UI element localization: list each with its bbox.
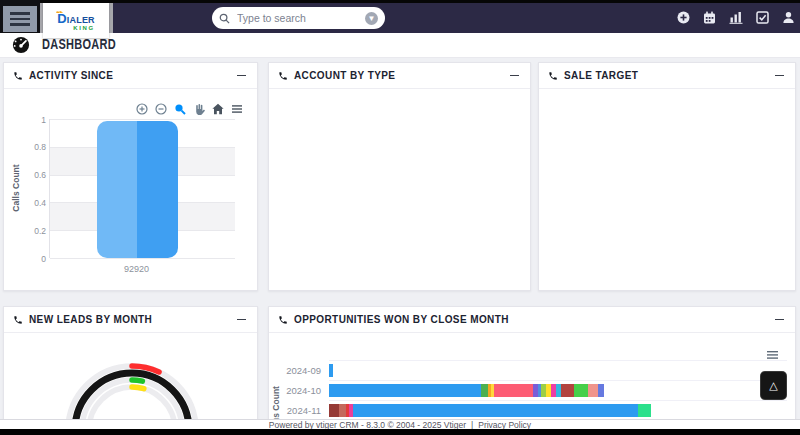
widget-sale-target: SALE TARGET xyxy=(538,62,796,291)
collapse-icon[interactable] xyxy=(234,313,248,327)
widget-activity-since: ACTIVITY SINCE xyxy=(3,62,258,291)
y-category-label: 2024-09 xyxy=(269,365,323,376)
brand-logo[interactable]: DIALER KING xyxy=(43,3,109,38)
privacy-policy-link[interactable]: Privacy Policy xyxy=(478,420,531,430)
widget-header: ACCOUNT BY TYPE xyxy=(269,63,530,89)
phone-icon xyxy=(548,71,558,81)
brand-name-bottom: KING xyxy=(73,25,94,31)
phone-icon xyxy=(278,315,288,325)
search-input[interactable] xyxy=(235,11,360,25)
bar-segment[interactable] xyxy=(598,384,604,397)
y-category-label: 2024-11 xyxy=(269,405,323,416)
calendar-icon[interactable] xyxy=(703,11,716,24)
brand-name-top: DIALER xyxy=(57,14,95,25)
pan-hand-icon[interactable] xyxy=(193,103,205,115)
triangle-up-icon: △ xyxy=(769,379,777,392)
y-axis-ticks: 00.20.40.60.81 xyxy=(16,119,46,258)
widget-title: OPPORTUNITIES WON BY CLOSE MONTH xyxy=(294,314,766,325)
vtiger-dashboard-page: DIALER KING ▼ xyxy=(0,0,800,435)
user-icon[interactable] xyxy=(782,11,795,24)
chart-toolbar xyxy=(136,103,243,115)
widget-title: ACCOUNT BY TYPE xyxy=(294,70,501,81)
phone-icon xyxy=(13,71,23,81)
hamburger-menu-icon[interactable] xyxy=(3,6,37,32)
gridline xyxy=(329,380,787,381)
widget-opportunities-won: OPPORTUNITIES WON BY CLOSE MONTH us Coun… xyxy=(268,306,796,435)
bottom-black-strip xyxy=(0,429,800,435)
gridline xyxy=(329,360,787,361)
phone-icon xyxy=(13,315,23,325)
stacked-bar-row[interactable] xyxy=(329,404,651,417)
bar-segment[interactable] xyxy=(574,384,588,397)
y-tick-label: 0.2 xyxy=(34,226,46,236)
stacked-bar-row[interactable] xyxy=(329,384,604,397)
topnav-icon-group xyxy=(677,11,795,24)
collapse-icon[interactable] xyxy=(772,69,786,83)
y-tick-label: 0 xyxy=(41,254,46,264)
x-axis-label: 92920 xyxy=(96,264,177,274)
scroll-to-top-button[interactable]: △ xyxy=(760,371,787,400)
widget-account-by-type: ACCOUNT BY TYPE xyxy=(268,62,531,291)
widget-header: OPPORTUNITIES WON BY CLOSE MONTH xyxy=(269,307,795,333)
selection-zoom-icon[interactable] xyxy=(174,103,186,115)
bar-segment[interactable] xyxy=(561,384,574,397)
footer-separator: | xyxy=(471,420,473,430)
collapse-icon[interactable] xyxy=(507,69,521,83)
widget-header: ACTIVITY SINCE xyxy=(4,63,257,89)
dashboard-gauge-icon xyxy=(10,36,32,54)
bar-segment[interactable] xyxy=(329,404,339,417)
zoom-out-icon[interactable] xyxy=(155,103,167,115)
page-title: DASHBOARD xyxy=(42,37,116,52)
radial-arc xyxy=(132,380,142,381)
y-tick-label: 0.4 xyxy=(34,198,46,208)
search-scope-chevron-icon[interactable]: ▼ xyxy=(365,12,378,25)
plus-circle-icon[interactable] xyxy=(677,11,690,24)
y-tick-label: 0.6 xyxy=(34,170,46,180)
stacked-bar-row[interactable] xyxy=(329,364,333,377)
y-tick-label: 0.8 xyxy=(34,142,46,152)
breadcrumb: DASHBOARD xyxy=(0,33,800,58)
calls-bar[interactable] xyxy=(97,121,178,258)
global-search[interactable]: ▼ xyxy=(212,7,385,29)
y-category-label: 2024-10 xyxy=(269,385,323,396)
chart-toolbar xyxy=(766,347,779,365)
tasks-icon[interactable] xyxy=(756,11,769,24)
gridline xyxy=(329,400,787,401)
bar-segment[interactable] xyxy=(588,384,598,397)
widget-title: ACTIVITY SINCE xyxy=(29,70,228,81)
bar-segment[interactable] xyxy=(339,404,346,417)
widget-title: SALE TARGET xyxy=(564,70,766,81)
zoom-in-icon[interactable] xyxy=(136,103,148,115)
search-icon xyxy=(219,13,230,24)
bar-segment[interactable] xyxy=(494,384,533,397)
radial-arc xyxy=(132,387,144,389)
y-tick-label: 1 xyxy=(41,115,46,125)
bar-segment[interactable] xyxy=(329,364,333,377)
calls-bar-chart xyxy=(49,119,235,258)
hamburger-zone xyxy=(0,0,40,33)
bar-chart-icon[interactable] xyxy=(729,11,743,24)
collapse-icon[interactable] xyxy=(772,313,786,327)
menu-icon[interactable] xyxy=(766,349,779,361)
collapse-icon[interactable] xyxy=(234,69,248,83)
widget-title: NEW LEADS BY MONTH xyxy=(29,314,228,325)
bar-segment[interactable] xyxy=(638,404,651,417)
footer-powered-text: Powered by vtiger CRM - 8.3.0 © 2004 - 2… xyxy=(269,420,466,430)
gridline xyxy=(50,119,235,120)
widget-new-leads-by-month: NEW LEADS BY MONTH xyxy=(3,306,258,435)
home-icon[interactable] xyxy=(212,103,224,115)
menu-icon[interactable] xyxy=(231,103,243,115)
widget-header: SALE TARGET xyxy=(539,63,795,89)
footer: Powered by vtiger CRM - 8.3.0 © 2004 - 2… xyxy=(0,419,800,429)
bar-segment[interactable] xyxy=(353,404,638,417)
gridline xyxy=(50,258,235,259)
top-navbar: ▼ xyxy=(113,3,800,33)
phone-icon xyxy=(278,71,288,81)
bar-segment[interactable] xyxy=(481,384,488,397)
bar-segment[interactable] xyxy=(329,384,481,397)
widget-header: NEW LEADS BY MONTH xyxy=(4,307,257,333)
